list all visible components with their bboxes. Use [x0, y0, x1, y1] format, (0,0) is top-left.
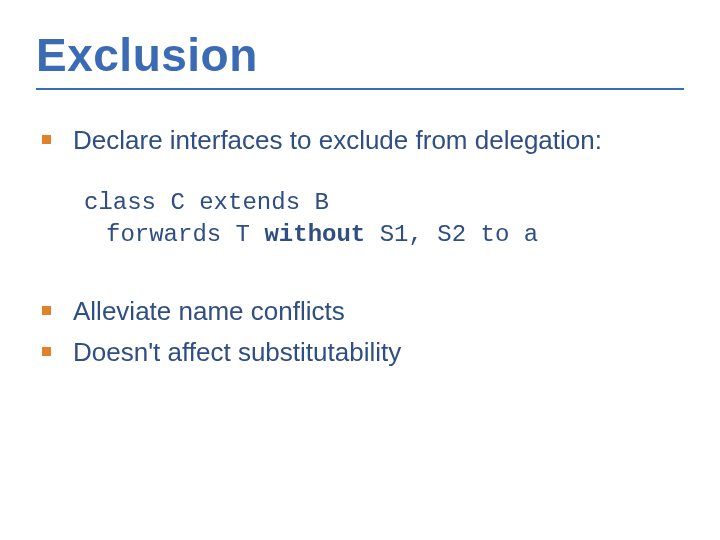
- bullet-item: Alleviate name conflicts: [42, 295, 684, 328]
- code-line: class C extends B: [84, 187, 684, 219]
- bullet-item: Declare interfaces to exclude from deleg…: [42, 124, 684, 157]
- bullet-text: Declare interfaces to exclude from deleg…: [73, 124, 602, 157]
- bullet-text: Alleviate name conflicts: [73, 295, 345, 328]
- code-text: forwards T: [106, 221, 264, 248]
- bullet-item: Doesn't affect substitutability: [42, 336, 684, 369]
- code-keyword: without: [264, 221, 365, 248]
- code-text: S1, S2 to a: [365, 221, 538, 248]
- square-bullet-icon: [42, 306, 51, 315]
- square-bullet-icon: [42, 347, 51, 356]
- code-line: forwards T without S1, S2 to a: [84, 219, 684, 251]
- slide-title: Exclusion: [36, 28, 684, 82]
- slide: Exclusion Declare interfaces to exclude …: [0, 0, 720, 540]
- square-bullet-icon: [42, 135, 51, 144]
- bullet-text: Doesn't affect substitutability: [73, 336, 401, 369]
- title-rule: [36, 88, 684, 90]
- code-block: class C extends B forwards T without S1,…: [84, 187, 684, 252]
- slide-body: Declare interfaces to exclude from deleg…: [36, 124, 684, 368]
